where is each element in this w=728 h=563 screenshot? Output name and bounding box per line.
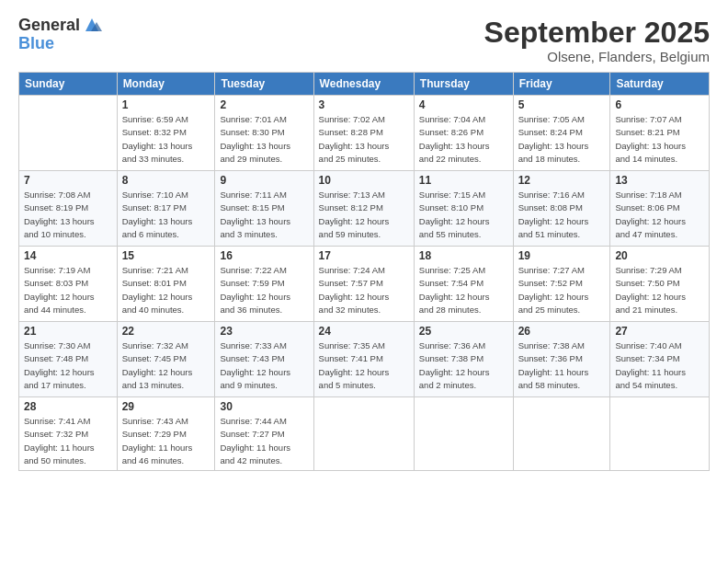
day-number: 13 xyxy=(615,174,704,187)
day-info: Sunrise: 7:02 AM Sunset: 8:28 PM Dayligh… xyxy=(319,113,409,166)
table-row: 18Sunrise: 7:25 AM Sunset: 7:54 PM Dayli… xyxy=(414,247,513,322)
day-number: 16 xyxy=(220,249,308,262)
day-number: 6 xyxy=(615,98,704,111)
table-row: 15Sunrise: 7:21 AM Sunset: 8:01 PM Dayli… xyxy=(117,247,215,322)
calendar-week-row: 1Sunrise: 6:59 AM Sunset: 8:32 PM Daylig… xyxy=(19,96,710,171)
day-info: Sunrise: 7:25 AM Sunset: 7:54 PM Dayligh… xyxy=(419,264,508,316)
day-info: Sunrise: 7:38 AM Sunset: 7:36 PM Dayligh… xyxy=(518,339,606,392)
table-row: 4Sunrise: 7:04 AM Sunset: 8:26 PM Daylig… xyxy=(414,96,513,171)
day-number: 3 xyxy=(319,98,409,111)
table-row xyxy=(414,397,513,471)
table-row: 2Sunrise: 7:01 AM Sunset: 8:30 PM Daylig… xyxy=(215,96,313,171)
day-number: 12 xyxy=(518,174,606,187)
day-info: Sunrise: 7:19 AM Sunset: 8:03 PM Dayligh… xyxy=(24,264,112,316)
day-number: 19 xyxy=(518,249,606,262)
table-row: 24Sunrise: 7:35 AM Sunset: 7:41 PM Dayli… xyxy=(313,322,414,397)
day-number: 27 xyxy=(615,325,704,338)
table-row: 8Sunrise: 7:10 AM Sunset: 8:17 PM Daylig… xyxy=(117,171,215,247)
table-row: 17Sunrise: 7:24 AM Sunset: 7:57 PM Dayli… xyxy=(313,247,414,322)
table-row xyxy=(610,397,710,471)
table-row: 5Sunrise: 7:05 AM Sunset: 8:24 PM Daylig… xyxy=(513,96,610,171)
table-row: 23Sunrise: 7:33 AM Sunset: 7:43 PM Dayli… xyxy=(215,322,313,397)
table-row: 14Sunrise: 7:19 AM Sunset: 8:03 PM Dayli… xyxy=(19,247,118,322)
day-number: 2 xyxy=(220,98,308,111)
col-sunday: Sunday xyxy=(19,73,118,96)
logo-blue: Blue xyxy=(18,35,102,53)
table-row xyxy=(513,397,610,471)
table-row: 9Sunrise: 7:11 AM Sunset: 8:15 PM Daylig… xyxy=(215,171,313,247)
day-info: Sunrise: 7:13 AM Sunset: 8:12 PM Dayligh… xyxy=(319,189,409,241)
table-row: 20Sunrise: 7:29 AM Sunset: 7:50 PM Dayli… xyxy=(610,247,710,322)
day-number: 5 xyxy=(518,98,606,111)
day-number: 4 xyxy=(419,98,508,111)
day-info: Sunrise: 7:01 AM Sunset: 8:30 PM Dayligh… xyxy=(220,113,308,166)
day-number: 8 xyxy=(122,174,210,187)
day-info: Sunrise: 7:36 AM Sunset: 7:38 PM Dayligh… xyxy=(419,339,508,392)
table-row: 6Sunrise: 7:07 AM Sunset: 8:21 PM Daylig… xyxy=(610,96,710,171)
table-row: 19Sunrise: 7:27 AM Sunset: 7:52 PM Dayli… xyxy=(513,247,610,322)
logo-text: General Blue xyxy=(18,17,102,53)
day-info: Sunrise: 7:27 AM Sunset: 7:52 PM Dayligh… xyxy=(518,264,606,316)
table-row: 3Sunrise: 7:02 AM Sunset: 8:28 PM Daylig… xyxy=(313,96,414,171)
calendar: Sunday Monday Tuesday Wednesday Thursday… xyxy=(18,72,710,471)
day-number: 30 xyxy=(220,400,308,413)
table-row xyxy=(19,96,118,171)
day-number: 10 xyxy=(319,174,409,187)
table-row: 21Sunrise: 7:30 AM Sunset: 7:48 PM Dayli… xyxy=(19,322,118,397)
col-thursday: Thursday xyxy=(414,73,513,96)
day-info: Sunrise: 7:11 AM Sunset: 8:15 PM Dayligh… xyxy=(220,189,308,241)
day-number: 25 xyxy=(419,325,508,338)
page: General Blue September 2025 Olsene, Flan… xyxy=(0,0,728,563)
table-row: 27Sunrise: 7:40 AM Sunset: 7:34 PM Dayli… xyxy=(610,322,710,397)
day-number: 26 xyxy=(518,325,606,338)
day-number: 23 xyxy=(220,325,308,338)
day-number: 21 xyxy=(24,325,112,338)
day-info: Sunrise: 7:41 AM Sunset: 7:32 PM Dayligh… xyxy=(24,415,112,467)
day-info: Sunrise: 7:22 AM Sunset: 7:59 PM Dayligh… xyxy=(220,264,308,316)
day-info: Sunrise: 7:05 AM Sunset: 8:24 PM Dayligh… xyxy=(518,113,606,166)
day-number: 7 xyxy=(24,174,112,187)
table-row: 22Sunrise: 7:32 AM Sunset: 7:45 PM Dayli… xyxy=(117,322,215,397)
day-number: 9 xyxy=(220,174,308,187)
day-info: Sunrise: 7:15 AM Sunset: 8:10 PM Dayligh… xyxy=(419,189,508,241)
table-row: 10Sunrise: 7:13 AM Sunset: 8:12 PM Dayli… xyxy=(313,171,414,247)
day-info: Sunrise: 7:18 AM Sunset: 8:06 PM Dayligh… xyxy=(615,189,704,241)
day-number: 17 xyxy=(319,249,409,262)
day-info: Sunrise: 7:10 AM Sunset: 8:17 PM Dayligh… xyxy=(122,189,210,241)
table-row: 29Sunrise: 7:43 AM Sunset: 7:29 PM Dayli… xyxy=(117,397,215,471)
table-row xyxy=(313,397,414,471)
calendar-week-row: 14Sunrise: 7:19 AM Sunset: 8:03 PM Dayli… xyxy=(19,247,710,322)
day-number: 24 xyxy=(319,325,409,338)
col-monday: Monday xyxy=(117,73,215,96)
day-info: Sunrise: 7:35 AM Sunset: 7:41 PM Dayligh… xyxy=(319,339,409,392)
day-number: 14 xyxy=(24,249,112,262)
header: General Blue September 2025 Olsene, Flan… xyxy=(18,17,710,64)
day-info: Sunrise: 7:44 AM Sunset: 7:27 PM Dayligh… xyxy=(220,415,308,467)
table-row: 26Sunrise: 7:38 AM Sunset: 7:36 PM Dayli… xyxy=(513,322,610,397)
day-info: Sunrise: 7:24 AM Sunset: 7:57 PM Dayligh… xyxy=(319,264,409,316)
logo-icon xyxy=(82,15,102,35)
day-number: 11 xyxy=(419,174,508,187)
table-row: 25Sunrise: 7:36 AM Sunset: 7:38 PM Dayli… xyxy=(414,322,513,397)
col-tuesday: Tuesday xyxy=(215,73,313,96)
table-row: 28Sunrise: 7:41 AM Sunset: 7:32 PM Dayli… xyxy=(19,397,118,471)
day-info: Sunrise: 7:40 AM Sunset: 7:34 PM Dayligh… xyxy=(615,339,704,392)
day-info: Sunrise: 7:16 AM Sunset: 8:08 PM Dayligh… xyxy=(518,189,606,241)
calendar-header-row: Sunday Monday Tuesday Wednesday Thursday… xyxy=(19,73,710,96)
day-info: Sunrise: 7:21 AM Sunset: 8:01 PM Dayligh… xyxy=(122,264,210,316)
calendar-week-row: 21Sunrise: 7:30 AM Sunset: 7:48 PM Dayli… xyxy=(19,322,710,397)
logo-general: General xyxy=(18,17,80,35)
day-info: Sunrise: 7:32 AM Sunset: 7:45 PM Dayligh… xyxy=(122,339,210,392)
day-number: 28 xyxy=(24,400,112,413)
day-info: Sunrise: 7:08 AM Sunset: 8:19 PM Dayligh… xyxy=(24,189,112,241)
day-number: 15 xyxy=(122,249,210,262)
day-info: Sunrise: 7:29 AM Sunset: 7:50 PM Dayligh… xyxy=(615,264,704,316)
col-saturday: Saturday xyxy=(610,73,710,96)
main-title: September 2025 xyxy=(484,17,710,49)
day-info: Sunrise: 7:07 AM Sunset: 8:21 PM Dayligh… xyxy=(615,113,704,166)
table-row: 16Sunrise: 7:22 AM Sunset: 7:59 PM Dayli… xyxy=(215,247,313,322)
day-info: Sunrise: 7:33 AM Sunset: 7:43 PM Dayligh… xyxy=(220,339,308,392)
logo: General Blue xyxy=(18,17,102,53)
table-row: 13Sunrise: 7:18 AM Sunset: 8:06 PM Dayli… xyxy=(610,171,710,247)
day-number: 18 xyxy=(419,249,508,262)
